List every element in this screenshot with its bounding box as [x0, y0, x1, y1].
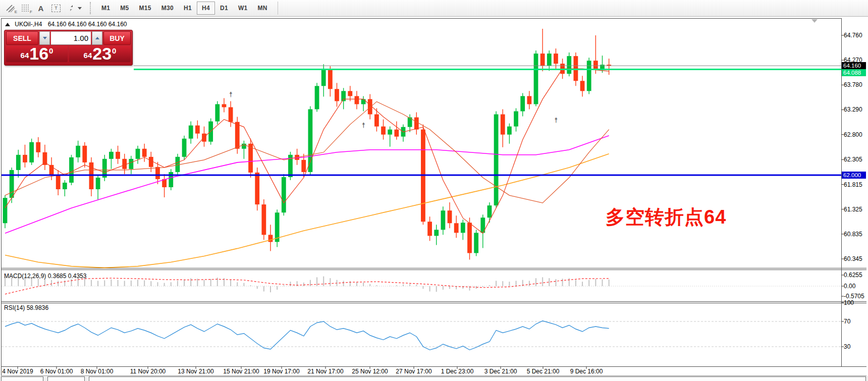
timeframe-button-M1[interactable]: M1 [96, 2, 115, 15]
bottom-window-tab[interactable] [89, 376, 866, 381]
svg-text:†: † [554, 117, 558, 124]
price-axis-label: 62.305 [844, 156, 862, 163]
timeframe-button-M15[interactable]: M15 [134, 2, 156, 15]
time-axis-label: 1 Dec 23:00 [441, 368, 474, 375]
price-axis-label: 61.815 [844, 181, 862, 188]
fibonacci-icon[interactable]: F [18, 2, 33, 15]
label-tool-letter: T [51, 5, 61, 12]
buy-price-display[interactable]: 64 23 0 [69, 46, 131, 62]
buy-button[interactable]: BUY [103, 31, 131, 45]
symbol-period-label: UKOil-,H4 [15, 21, 42, 28]
green-level-price-tag: 64.088 [842, 69, 866, 76]
trading-terminal-window: { "toolbar": { "tools": [ {"name": "equi… [0, 0, 868, 381]
sell-price-display[interactable]: 64 16 0 [6, 46, 68, 62]
sell-price-prefix: 64 [21, 51, 29, 60]
price-axis-label: 64.760 [844, 32, 862, 39]
chart-shift-marker-icon[interactable] [811, 19, 818, 23]
chart-title: UKOil-,H4 64.160 64.160 64.160 64.160 [5, 21, 127, 28]
time-axis-label: 8 Nov 01:00 [81, 368, 114, 375]
svg-text:†: † [229, 91, 233, 98]
time-axis-label: 4 Nov 2019 [2, 368, 33, 375]
volume-input[interactable]: 1.00 [51, 31, 91, 45]
toolbar-separator [278, 2, 278, 15]
timeframe-button-MN[interactable]: MN [253, 2, 273, 15]
top-toolbar: E F A T M1M5M15M30H1H4D1W1MN [0, 0, 868, 17]
time-axis-label: 3 Dec 21:00 [484, 368, 517, 375]
time-axis-label: 21 Nov 17:00 [307, 368, 343, 375]
time-axis-label: 25 Nov 12:00 [352, 368, 388, 375]
bottom-window-strip [0, 376, 868, 381]
text-tool-label: A [38, 4, 44, 13]
price-axis-label: 61.325 [844, 206, 862, 213]
text-tool-icon[interactable]: A [33, 2, 48, 15]
price-axis-label: 60.345 [844, 255, 862, 262]
label-tool-icon[interactable]: T [48, 2, 64, 15]
time-axis-label: 13 Nov 21:00 [178, 368, 213, 375]
time-axis-label: 9 Dec 16:00 [570, 368, 603, 375]
timeframe-group: M1M5M15M30H1H4D1W1MN [96, 2, 273, 15]
equidistant-channel-icon[interactable]: E [3, 2, 18, 15]
macd-axis-label: 0.00 [844, 283, 855, 290]
bottom-window-tab[interactable] [1, 376, 43, 381]
time-axis-label: 5 Dec 21:00 [527, 368, 560, 375]
time-axis-label: 15 Nov 21:00 [223, 368, 259, 375]
bottom-window-tab[interactable] [47, 376, 85, 381]
price-axis-label: 63.290 [844, 106, 862, 113]
macd-axis-label: 0.6255 [844, 271, 862, 279]
time-axis-label: 27 Nov 17:00 [396, 368, 431, 375]
timeframe-button-W1[interactable]: W1 [233, 2, 253, 15]
blue-hline-price-tag: 62.000 [842, 172, 866, 179]
rsi-axis-label: 70 [844, 318, 850, 325]
one-click-trading-panel: SELL 1.00 BUY 64 16 0 64 23 0 [4, 30, 133, 66]
sell-price-sup: 0 [49, 46, 53, 55]
timeframe-button-M5[interactable]: M5 [115, 2, 134, 15]
rsi-axis-label: 100 [844, 299, 854, 306]
collapse-triangle-icon[interactable] [5, 23, 10, 26]
current-price-tag: 64.160 [842, 62, 866, 69]
chart-text-annotation: 多空转折点64 [606, 204, 726, 230]
price-axis-label: 63.780 [844, 81, 862, 88]
tool-sub-label: F [30, 10, 32, 14]
volume-decrease-button[interactable] [39, 31, 50, 45]
rsi-axis-label: 30 [844, 343, 850, 350]
triangle-up-icon [95, 37, 99, 39]
timeframe-button-H4[interactable]: H4 [197, 2, 215, 15]
macd-title: MACD(12,26,9) 0.3685 0.4353 [4, 273, 86, 280]
timeframe-button-M30[interactable]: M30 [156, 2, 179, 15]
buy-price-prefix: 64 [84, 51, 92, 60]
triangle-down-icon [43, 37, 47, 39]
svg-text:†: † [362, 122, 365, 129]
ohlc-values: 64.160 64.160 64.160 64.160 [48, 21, 127, 28]
volume-increase-button[interactable] [92, 31, 102, 45]
tool-sub-label: E [15, 10, 17, 14]
time-axis-label: 19 Nov 17:00 [263, 368, 299, 375]
buy-price-big: 23 [92, 46, 112, 61]
rsi-title: RSI(14) 58.9836 [4, 304, 48, 311]
time-axis-label: 6 Nov 01:00 [40, 368, 73, 375]
arrows-tool-icon[interactable] [64, 2, 85, 15]
sell-button[interactable]: SELL [6, 31, 38, 45]
sell-price-big: 16 [29, 46, 48, 61]
price-axis-label: 60.835 [844, 231, 862, 238]
buy-price-sup: 0 [112, 46, 116, 55]
timeframe-button-D1[interactable]: D1 [215, 2, 233, 15]
price-axis-label: 62.800 [844, 131, 862, 138]
timeframe-button-H1[interactable]: H1 [179, 2, 197, 15]
time-axis-label: 11 Nov 20:00 [130, 368, 166, 375]
chevron-down-icon [78, 7, 82, 10]
toolbar-gripper[interactable] [90, 2, 92, 14]
